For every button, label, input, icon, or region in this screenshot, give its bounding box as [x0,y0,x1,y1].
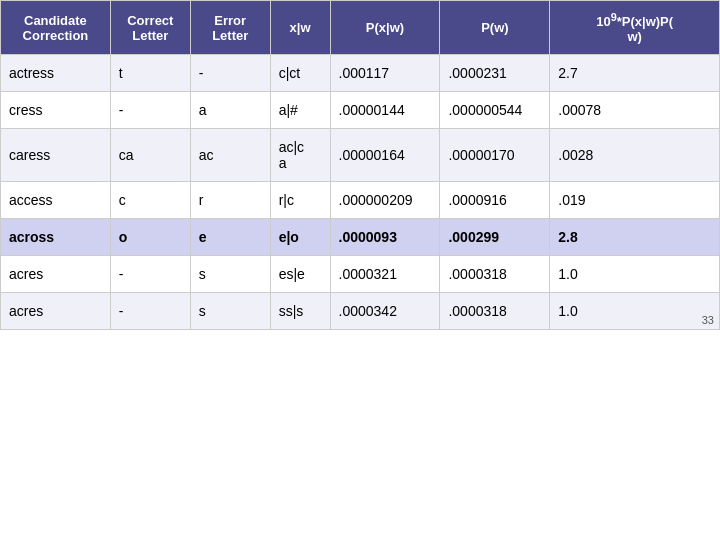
cell-x: a|# [270,92,330,129]
header-error-letter: Error Letter [190,1,270,55]
cell-x: e|o [270,219,330,256]
cell-pw: .0000318 [440,293,550,330]
cell-formula: 1.0 [550,293,720,330]
cell-formula: 1.0 [550,256,720,293]
cell-pxw: .0000342 [330,293,440,330]
cell-candidate: actress [1,55,111,92]
cell-pxw: .0000321 [330,256,440,293]
cell-error: - [190,55,270,92]
cell-correct: ca [110,129,190,182]
cell-formula: .00078 [550,92,720,129]
cell-x: r|c [270,182,330,219]
main-table-wrapper: Candidate Correction Correct Letter Erro… [0,0,720,330]
cell-formula: .0028 [550,129,720,182]
table-row: actresst-c|ct.000117.00002312.7 [1,55,720,92]
cell-candidate: acres [1,256,111,293]
table-row: acrossoee|o.0000093.0002992.8 [1,219,720,256]
cell-pw: .0000318 [440,256,550,293]
cell-pxw: .0000093 [330,219,440,256]
cell-pxw: .00000144 [330,92,440,129]
table-row: caresscaacac|c a.00000164.00000170.0028 [1,129,720,182]
cell-error: e [190,219,270,256]
cell-candidate: cress [1,92,111,129]
table-row: acres-sss|s.0000342.00003181.0 [1,293,720,330]
cell-formula: 2.7 [550,55,720,92]
cell-correct: - [110,92,190,129]
header-correct-letter: Correct Letter [110,1,190,55]
cell-error: r [190,182,270,219]
table-row: accesscrr|c.000000209.0000916.019 [1,182,720,219]
cell-candidate: access [1,182,111,219]
cell-x: c|ct [270,55,330,92]
cell-pw: .00000170 [440,129,550,182]
cell-pw: .0000231 [440,55,550,92]
cell-error: s [190,293,270,330]
cell-pw: .000000544 [440,92,550,129]
cell-x: ac|c a [270,129,330,182]
header-formula: 109*P(x|w)P( w) [550,1,720,55]
cell-candidate: caress [1,129,111,182]
candidate-correction-table: Candidate Correction Correct Letter Erro… [0,0,720,330]
cell-correct: t [110,55,190,92]
cell-error: ac [190,129,270,182]
cell-pxw: .00000164 [330,129,440,182]
header-pw: P(w) [440,1,550,55]
cell-correct: o [110,219,190,256]
cell-pw: .0000916 [440,182,550,219]
cell-error: a [190,92,270,129]
table-body: actresst-c|ct.000117.00002312.7cress-aa|… [1,55,720,330]
cell-pxw: .000117 [330,55,440,92]
cell-formula: 2.8 [550,219,720,256]
cell-correct: c [110,182,190,219]
header-candidate: Candidate Correction [1,1,111,55]
cell-pxw: .000000209 [330,182,440,219]
table-row: acres-ses|e.0000321.00003181.0 [1,256,720,293]
cell-candidate: across [1,219,111,256]
cell-error: s [190,256,270,293]
cell-correct: - [110,256,190,293]
table-row: cress-aa|#.00000144.000000544.00078 [1,92,720,129]
cell-formula: .019 [550,182,720,219]
header-x-w: x|w [270,1,330,55]
cell-candidate: acres [1,293,111,330]
cell-correct: - [110,293,190,330]
table-header-row: Candidate Correction Correct Letter Erro… [1,1,720,55]
cell-pw: .000299 [440,219,550,256]
header-pxw: P(x|w) [330,1,440,55]
page-number: 33 [702,314,714,326]
cell-x: es|e [270,256,330,293]
cell-x: ss|s [270,293,330,330]
